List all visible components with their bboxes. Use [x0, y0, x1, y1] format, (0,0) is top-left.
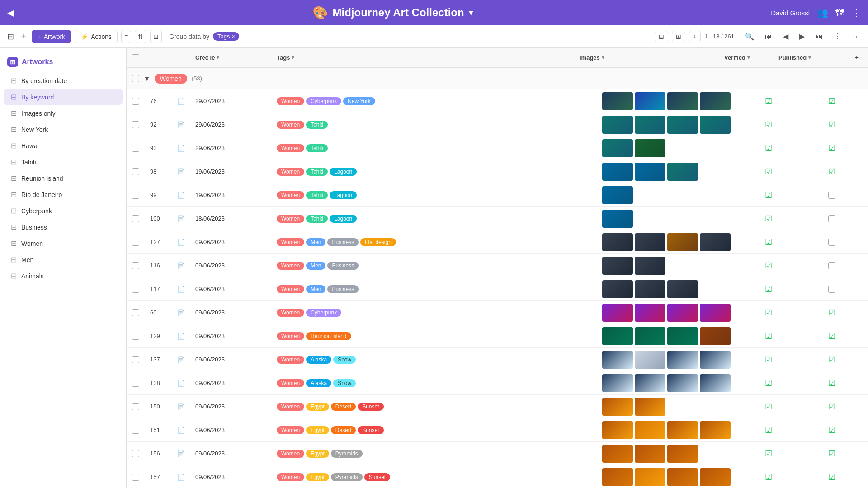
sidebar-item-images-only[interactable]: ⊞ Images only: [4, 105, 123, 121]
row-checkbox[interactable]: [132, 121, 139, 128]
sidebar-item-tahiti[interactable]: ⊞ Tahiti: [4, 154, 123, 170]
prev-page-icon[interactable]: ◀: [779, 30, 792, 42]
image-thumbnail[interactable]: [602, 116, 633, 134]
tag-chip[interactable]: Sunset: [358, 403, 383, 411]
date-sort-icon[interactable]: ▾: [217, 55, 219, 61]
next-page-icon[interactable]: ▶: [796, 30, 808, 42]
users-icon[interactable]: 👥: [817, 7, 828, 18]
sidebar-item-by-creation-date[interactable]: ⊞ By creation date: [4, 73, 123, 89]
tag-chip[interactable]: Women: [277, 403, 304, 411]
tag-chip[interactable]: Snow: [333, 356, 356, 364]
image-thumbnail[interactable]: [602, 280, 633, 298]
row-checkbox[interactable]: [132, 356, 139, 363]
tag-chip[interactable]: Alaska: [306, 379, 331, 387]
image-thumbnail[interactable]: [602, 445, 633, 463]
image-thumbnail[interactable]: [667, 233, 698, 251]
select-all-checkbox[interactable]: [132, 54, 139, 61]
row-published[interactable]: ☑: [796, 402, 868, 412]
tag-chip[interactable]: Cyberpunk: [306, 309, 341, 317]
row-checkbox[interactable]: [132, 262, 139, 269]
row-checkbox[interactable]: [132, 98, 139, 105]
image-thumbnail[interactable]: [602, 468, 633, 486]
row-checkbox[interactable]: [132, 145, 139, 152]
row-verified[interactable]: ☑: [741, 378, 796, 388]
image-thumbnail[interactable]: [635, 374, 665, 392]
images-sort-icon[interactable]: ▾: [602, 55, 604, 61]
image-thumbnail[interactable]: [635, 445, 665, 463]
tag-chip[interactable]: Business: [327, 238, 359, 246]
active-tag-chip[interactable]: Tags ×: [213, 32, 239, 41]
image-thumbnail[interactable]: [667, 280, 698, 298]
header-checkbox[interactable]: [127, 54, 145, 61]
image-thumbnail[interactable]: [602, 163, 633, 181]
image-thumbnail[interactable]: [700, 468, 731, 486]
tag-chip[interactable]: Egypt: [306, 473, 329, 481]
image-thumbnail[interactable]: [635, 257, 665, 275]
row-verified[interactable]: ☑: [741, 402, 796, 412]
collapse-button[interactable]: ⊟: [655, 31, 668, 42]
row-verified[interactable]: ☑: [741, 331, 796, 341]
image-thumbnail[interactable]: [700, 92, 731, 110]
row-checkbox[interactable]: [132, 239, 139, 246]
row-checkbox[interactable]: [132, 168, 139, 175]
dropdown-icon[interactable]: ▾: [469, 8, 473, 18]
tag-chip[interactable]: Women: [277, 97, 304, 105]
image-thumbnail[interactable]: [602, 421, 633, 439]
image-thumbnail[interactable]: [700, 327, 731, 345]
image-thumbnail[interactable]: [667, 304, 698, 322]
row-verified[interactable]: ☑: [741, 308, 796, 318]
image-thumbnail[interactable]: [602, 186, 633, 204]
tag-chip[interactable]: Egypt: [306, 426, 329, 434]
tag-chip[interactable]: Business: [327, 262, 359, 270]
row-published[interactable]: [796, 262, 868, 269]
image-thumbnail[interactable]: [700, 421, 731, 439]
row-verified[interactable]: ☑: [741, 472, 796, 482]
verified-sort-icon[interactable]: ▾: [747, 55, 750, 61]
image-thumbnail[interactable]: [635, 398, 665, 416]
resize-icon[interactable]: ↔: [848, 31, 863, 42]
image-thumbnail[interactable]: [667, 468, 698, 486]
image-thumbnail[interactable]: [602, 210, 633, 228]
image-thumbnail[interactable]: [635, 233, 665, 251]
image-thumbnail[interactable]: [635, 92, 665, 110]
tag-chip[interactable]: Lagoon: [330, 191, 357, 199]
header-date[interactable]: Créé le ▾: [190, 54, 271, 61]
last-page-icon[interactable]: ⏭: [812, 31, 826, 42]
tag-chip[interactable]: Snow: [333, 379, 356, 387]
row-published[interactable]: ☑: [796, 378, 868, 388]
image-thumbnail[interactable]: [667, 92, 698, 110]
tag-chip[interactable]: Tahiti: [306, 191, 328, 199]
image-thumbnail[interactable]: [602, 351, 633, 369]
tag-chip[interactable]: Women: [277, 426, 304, 434]
back-button[interactable]: ◀: [7, 7, 14, 18]
row-verified[interactable]: ☑: [741, 237, 796, 247]
row-checkbox[interactable]: [132, 192, 139, 199]
image-thumbnail[interactable]: [700, 351, 731, 369]
header-images[interactable]: Images ▾: [574, 54, 719, 61]
row-verified[interactable]: ☑: [741, 449, 796, 459]
row-verified[interactable]: ☑: [741, 143, 796, 153]
image-thumbnail[interactable]: [667, 327, 698, 345]
tag-chip[interactable]: Egypt: [306, 450, 329, 458]
image-thumbnail[interactable]: [635, 327, 665, 345]
row-checkbox[interactable]: [132, 403, 139, 410]
image-thumbnail[interactable]: [602, 139, 633, 157]
image-thumbnail[interactable]: [635, 351, 665, 369]
tag-chip[interactable]: Lagoon: [330, 168, 357, 176]
tag-chip[interactable]: Tahiti: [306, 121, 328, 129]
tag-chip[interactable]: New York: [343, 97, 375, 105]
image-thumbnail[interactable]: [635, 280, 665, 298]
image-thumbnail[interactable]: [700, 116, 731, 134]
tag-chip[interactable]: Women: [277, 215, 304, 223]
tag-chip[interactable]: Sunset: [364, 473, 390, 481]
image-thumbnail[interactable]: [667, 163, 698, 181]
sidebar-item-business[interactable]: ⊞ Business: [4, 219, 123, 235]
row-checkbox[interactable]: [132, 333, 139, 340]
sidebar-item-reunion[interactable]: ⊞ Reunion island: [4, 170, 123, 186]
row-published[interactable]: ☑: [796, 425, 868, 435]
tag-chip[interactable]: Tahiti: [306, 215, 328, 223]
tag-chip[interactable]: Pyramids: [331, 473, 363, 481]
image-thumbnail[interactable]: [635, 304, 665, 322]
row-verified[interactable]: ☑: [741, 261, 796, 271]
image-thumbnail[interactable]: [700, 374, 731, 392]
